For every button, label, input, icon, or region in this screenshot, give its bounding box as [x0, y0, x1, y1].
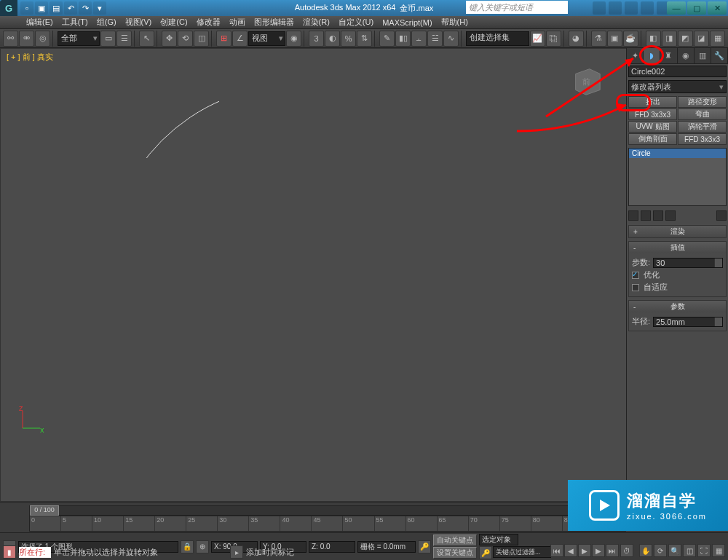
arc-rotate-icon[interactable]: ⟳ [654, 544, 667, 557]
t4-icon[interactable]: ◪ [694, 31, 709, 47]
qat-open-icon[interactable]: ▣ [35, 1, 48, 15]
menu-edit[interactable]: 编辑(E) [22, 17, 58, 28]
t2-icon[interactable]: ◨ [662, 31, 677, 47]
spinnersnap-icon[interactable]: ⇅ [357, 31, 372, 47]
stack-item-circle[interactable]: Circle [629, 149, 726, 158]
help-search-input[interactable]: 键入关键字或短语 [466, 1, 568, 14]
max-viewport-icon[interactable]: ▦ [712, 544, 725, 557]
select-name-icon[interactable]: ☰ [116, 31, 132, 47]
menu-create[interactable]: 创建(C) [156, 17, 191, 28]
keyfilter-button[interactable]: 关键点过滤器... [493, 546, 551, 558]
modifier-stack[interactable]: Circle [628, 148, 727, 206]
listener-icon[interactable]: ▮ [3, 545, 16, 559]
mod-ffd1-button[interactable]: FFD 3x3x3 [628, 109, 677, 120]
schematic-icon[interactable]: ⿻ [546, 31, 561, 47]
mod-ffd2-button[interactable]: FFD 3x3x3 [678, 133, 727, 145]
key-target-combo[interactable]: 选定对象 [479, 534, 518, 545]
modifier-list-combo[interactable]: 修改器列表 [628, 80, 727, 93]
setkey-icon[interactable]: 🔑 [479, 546, 492, 559]
menu-animation[interactable]: 动画 [225, 17, 250, 28]
hierarchy-tab-icon[interactable]: ♜ [660, 48, 677, 63]
coord-z[interactable]: Z: 0.0 [309, 541, 355, 553]
qat-undo-icon[interactable]: ↶ [64, 1, 77, 15]
named-selection-input[interactable]: 创建选择集 [466, 31, 529, 46]
selection-filter-combo[interactable]: 全部 [58, 31, 100, 46]
anglesnap-icon[interactable]: ◐ [325, 31, 340, 47]
render-icon[interactable]: ☕ [623, 31, 638, 47]
snap3-icon[interactable]: 3 [309, 31, 324, 47]
mod-bevelprofile-button[interactable]: 倒角剖面 [628, 133, 677, 145]
percentsnap-icon[interactable]: % [341, 31, 356, 47]
curve-icon[interactable]: 📈 [530, 31, 545, 47]
optimize-checkbox[interactable] [632, 272, 639, 279]
mod-uvw-button[interactable]: UVW 贴图 [628, 121, 677, 133]
show-end-icon[interactable] [641, 210, 651, 221]
time-slider[interactable]: 0 / 100 [29, 505, 626, 516]
mod-pathdeform-button[interactable]: 路径变形 [678, 96, 727, 108]
display-tab-icon[interactable]: ▥ [695, 48, 711, 63]
render-setup-icon[interactable]: ⚗ [591, 31, 606, 47]
rollout-rendering-header[interactable]: 渲染 [629, 226, 726, 237]
next-frame-icon[interactable]: ▶ [592, 544, 605, 557]
remove-mod-icon[interactable] [665, 210, 676, 221]
create-tab-icon[interactable]: ✦ [627, 48, 644, 63]
goto-end-icon[interactable]: ⏭ [606, 544, 619, 557]
curve-ed-icon[interactable]: ∿ [443, 31, 459, 47]
radius-spinner[interactable]: 25.0mm [653, 317, 723, 327]
steps-spinner[interactable]: 30 [653, 258, 723, 268]
scale-icon[interactable]: ◫ [194, 31, 209, 47]
utilities-tab-icon[interactable]: 🔧 [711, 48, 728, 63]
time-ruler[interactable]: 0 5 10 15 20 25 30 35 40 45 50 55 60 65 … [29, 516, 626, 532]
select-icon[interactable]: ▭ [100, 31, 116, 47]
snap-icon[interactable]: ⊞ [216, 31, 232, 47]
maximize-button[interactable]: ▢ [687, 1, 706, 15]
viewcube[interactable]: 前 [569, 63, 604, 98]
layers-icon[interactable]: ☱ [427, 31, 443, 47]
unique-icon[interactable] [653, 210, 663, 221]
motion-tab-icon[interactable]: ◉ [678, 48, 695, 63]
exchange-icon[interactable] [625, 1, 638, 15]
t3-icon[interactable]: ◩ [678, 31, 693, 47]
key-mode-icon[interactable]: 🔑 [418, 540, 431, 553]
viewport-front[interactable]: [ + ] 前 ] 真实 x zx 前 [0, 48, 728, 502]
menu-grapheditors[interactable]: 图形编辑器 [250, 17, 298, 28]
object-name-input[interactable]: Circle002 [628, 66, 727, 77]
minimize-button[interactable]: — [667, 1, 686, 15]
mod-turbosmooth-button[interactable]: 涡轮平滑 [678, 121, 727, 133]
close-button[interactable]: ✕ [708, 1, 727, 15]
zoom-icon[interactable]: 🔍 [668, 544, 681, 557]
pivot-icon[interactable]: ◉ [286, 31, 301, 47]
menu-tools[interactable]: 工具(T) [58, 17, 92, 28]
time-config-icon[interactable]: ⏱ [620, 544, 633, 557]
setkey-button[interactable]: 设置关键点 [433, 547, 477, 559]
menu-group[interactable]: 组(G) [92, 17, 121, 28]
mod-bend-button[interactable]: 弯曲 [678, 109, 727, 120]
timetag-input[interactable]: 添加时间标记 [246, 547, 307, 558]
angle-snap-icon[interactable]: ∠ [232, 31, 248, 47]
qat-redo-icon[interactable]: ↷ [79, 1, 92, 15]
pan-icon[interactable]: ✋ [639, 544, 652, 557]
t1-icon[interactable]: ◧ [646, 31, 661, 47]
mirror-icon[interactable]: ▮▯ [395, 31, 411, 47]
search-icon[interactable] [593, 1, 606, 15]
rollout-interpolation-header[interactable]: 插值 [629, 242, 726, 253]
t5-icon[interactable]: ▦ [710, 31, 725, 47]
mod-extrude-button[interactable]: 挤出 [628, 96, 677, 108]
fov-icon[interactable]: ◫ [683, 544, 696, 557]
qat-new-icon[interactable]: ▫ [20, 1, 33, 15]
modify-tab-icon[interactable]: ◗ [644, 48, 660, 63]
play-icon[interactable]: ▶ [578, 544, 591, 557]
unlink-icon[interactable]: ⚮ [19, 31, 34, 47]
menu-maxscript[interactable]: MAXScript(M) [378, 18, 436, 27]
qat-more-icon[interactable]: ▾ [93, 1, 106, 15]
subscription-icon[interactable] [609, 1, 622, 15]
autokey-button[interactable]: 自动关键点 [433, 535, 477, 546]
menu-views[interactable]: 视图(V) [121, 17, 157, 28]
bind-icon[interactable]: ◎ [35, 31, 50, 47]
select-object-icon[interactable]: ↖ [139, 31, 154, 47]
adaptive-checkbox[interactable] [632, 284, 639, 291]
rendered-frame-icon[interactable]: ▣ [607, 31, 622, 47]
pin-stack-icon[interactable] [628, 210, 638, 221]
config-sets-icon[interactable] [716, 210, 727, 221]
material-icon[interactable]: ◕ [569, 31, 584, 47]
